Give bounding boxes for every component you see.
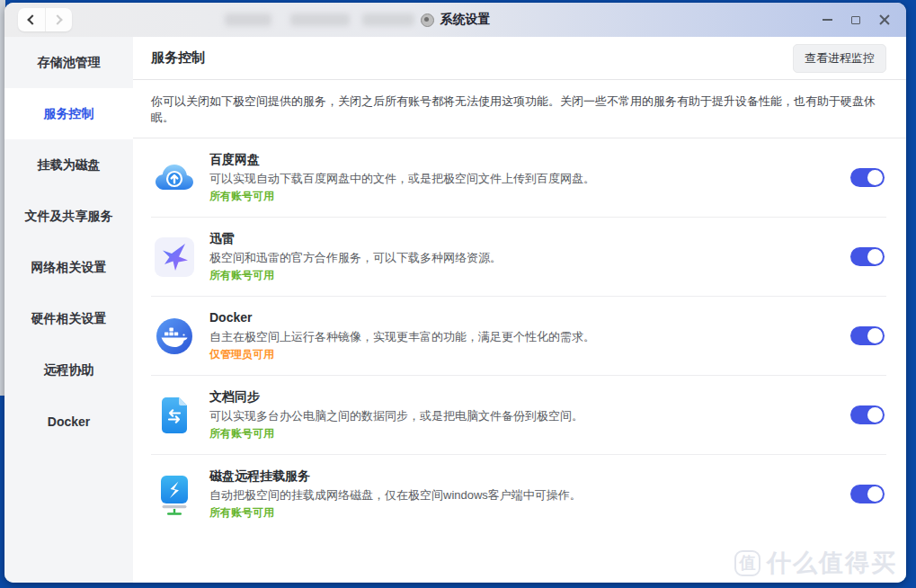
xunlei-icon (153, 236, 196, 279)
back-button[interactable] (18, 8, 45, 31)
redacted-text (290, 13, 350, 26)
maximize-icon (851, 16, 860, 24)
window-title: 系统设置 (440, 12, 491, 28)
docker-icon (153, 315, 196, 358)
redacted-text (225, 13, 271, 26)
nav-buttons (18, 8, 72, 31)
maximize-button[interactable] (841, 7, 870, 32)
service-row: 百度网盘 可以实现自动下载百度网盘中的文件，或是把极空间文件上传到百度网盘。 所… (151, 138, 886, 218)
window-title-group: 系统设置 (421, 3, 491, 37)
sidebar-item-3[interactable]: 文件及共享服务 (4, 191, 133, 242)
redacted-text (362, 13, 414, 26)
watermark: 值 什么值得买 (734, 547, 897, 579)
close-icon (879, 14, 890, 25)
sidebar: 存储池管理 服务控制 挂载为磁盘 文件及共享服务 网络相关设置 硬件相关设置 远… (4, 37, 133, 583)
page-title: 服务控制 (151, 49, 205, 67)
minimize-icon (823, 19, 832, 21)
sidebar-item-4[interactable]: 网络相关设置 (4, 242, 133, 293)
service-toggle[interactable] (850, 326, 885, 345)
gear-icon (421, 13, 434, 27)
minimize-button[interactable] (813, 7, 841, 32)
forward-icon (52, 14, 62, 24)
process-monitor-button[interactable]: 查看进程监控 (793, 44, 886, 73)
back-icon (28, 14, 38, 24)
service-row: 磁盘远程挂载服务 自动把极空间的挂载成网络磁盘，仅在极空间windows客户端中… (151, 455, 886, 533)
titlebar: 系统设置 (4, 3, 906, 37)
service-row: Docker 自主在极空间上运行各种镜像，实现更丰富的功能，满足更个性化的需求。… (151, 297, 886, 376)
service-toggle[interactable] (850, 247, 885, 266)
service-list: 百度网盘 可以实现自动下载百度网盘中的文件，或是把极空间文件上传到百度网盘。 所… (151, 138, 886, 533)
main-header: 服务控制 查看进程监控 (133, 37, 906, 80)
baidu-netdisk-icon (153, 156, 196, 200)
sidebar-item-6[interactable]: 远程协助 (4, 344, 133, 396)
sidebar-item-7[interactable]: Docker (4, 396, 133, 447)
service-toggle[interactable] (850, 405, 885, 424)
close-button[interactable] (870, 7, 899, 32)
service-row: 文档同步 可以实现多台办公电脑之间的数据同步，或是把电脑文件备份到极空间。 所有… (151, 376, 886, 455)
sidebar-item-0[interactable]: 存储池管理 (4, 37, 133, 88)
forward-button[interactable] (45, 8, 73, 31)
sidebar-item-2[interactable]: 挂载为磁盘 (4, 139, 133, 191)
sidebar-item-5[interactable]: 硬件相关设置 (4, 293, 133, 344)
window-controls (813, 3, 899, 37)
service-toggle[interactable] (850, 168, 885, 187)
service-toggle[interactable] (850, 485, 885, 503)
system-settings-window: 系统设置 存储池管理 服务控制 挂载为磁盘 文件及共享服务 网络相关设置 硬件相… (4, 3, 906, 583)
main-panel: 服务控制 查看进程监控 你可以关闭如下极空间提供的服务，关闭之后所有账号都将无法… (133, 37, 906, 583)
services-description: 你可以关闭如下极空间提供的服务，关闭之后所有账号都将无法使用这项功能。关闭一些不… (133, 80, 906, 138)
disk-mount-icon (153, 473, 196, 516)
watermark-badge: 值 (734, 550, 760, 576)
watermark-text: 什么值得买 (767, 547, 897, 579)
doc-sync-icon (153, 394, 196, 437)
service-row: 迅雷 极空间和迅雷的官方合作服务，可以下载多种网络资源。 所有账号可用 (151, 218, 886, 297)
sidebar-item-1[interactable]: 服务控制 (4, 88, 133, 139)
